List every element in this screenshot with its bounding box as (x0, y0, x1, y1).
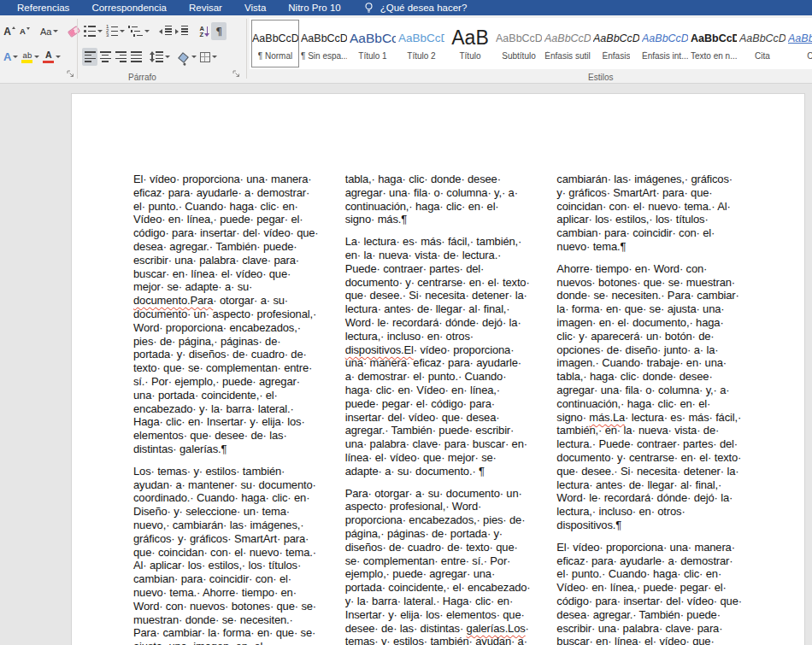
style--sin-espa-[interactable]: AaBbCcDc¶ Sin espa... (300, 20, 348, 67)
tell-me-label[interactable]: ¿Qué desea hacer? (380, 3, 468, 13)
align-center-icon (100, 51, 111, 62)
sort-button[interactable]: AZ (196, 22, 211, 40)
style-label: Título 2 (407, 51, 435, 61)
justify-button[interactable] (128, 48, 144, 66)
style-label: Énfasis sutil (544, 51, 590, 61)
pilcrow-mark: ¶ (401, 213, 407, 226)
text-column-1: El· vídeo· proporciona· una· manera· efi… (133, 173, 320, 645)
justify-icon (131, 51, 142, 62)
style-label: Título (459, 51, 480, 61)
style-label: Título 1 (358, 51, 386, 61)
tab-vista[interactable]: Vista (244, 3, 266, 13)
style-título-1[interactable]: AaBbCcTítulo 1 (349, 20, 397, 67)
align-right-button[interactable] (113, 48, 128, 66)
show-formatting-marks-button[interactable]: ¶ (211, 22, 227, 40)
align-right-icon (115, 51, 127, 62)
style-preview: AaBbCcD (496, 26, 542, 50)
dialog-launcher-icon (67, 70, 74, 78)
tab-correspondencia[interactable]: Correspondencia (91, 3, 167, 13)
text-column-3: cambiarán· las· imágenes,· gráficos· y· … (556, 173, 743, 645)
paragraph[interactable]: tabla,· haga· clic· donde· desee· agrega… (345, 173, 532, 226)
clear-formatting-button[interactable] (66, 22, 81, 40)
style-label: Ci (807, 51, 812, 61)
pilcrow-mark: ¶ (479, 465, 485, 478)
align-left-button[interactable] (82, 48, 97, 66)
grow-font-icon: A (3, 26, 15, 38)
paragraph[interactable]: El· vídeo· proporciona· una· manera· efi… (133, 173, 320, 456)
paragraph[interactable]: El· vídeo· proporciona· una· manera· efi… (556, 541, 743, 645)
sort-icon: AZ (200, 26, 208, 38)
paragraph-dialog-launcher[interactable] (232, 66, 240, 81)
multilevel-list-button[interactable] (127, 22, 151, 40)
pilcrow-mark: ¶ (615, 519, 621, 531)
paragraph[interactable]: Los· temas· y· estilos· también· ayudan·… (133, 465, 320, 645)
bullet-list-icon (84, 26, 96, 37)
style-preview: AaB (451, 26, 488, 50)
style-título[interactable]: AaBTítulo (446, 20, 494, 67)
text-highlight-button[interactable]: ab (20, 48, 41, 66)
document-columns: El· vídeo· proporciona· una· manera· efi… (72, 94, 804, 645)
shading-button[interactable] (178, 48, 198, 66)
misspelled-text[interactable]: más.La (589, 411, 625, 424)
style-preview: AaBbCcD (398, 26, 444, 50)
style-preview: AaBbCcDc (301, 26, 347, 50)
tab-revisar[interactable]: Revisar (189, 3, 222, 13)
style-énfasis-sutil[interactable]: AaBbCcDcÉnfasis sutil (544, 20, 591, 67)
paragraph[interactable]: Ahorre· tiempo· en· Word· con· nuevos· b… (556, 262, 743, 532)
align-center-button[interactable] (97, 48, 113, 66)
dialog-launcher-icon (232, 70, 240, 78)
misspelled-text[interactable]: dispositivos.El (345, 343, 414, 356)
paragraph[interactable]: La· lectura· es· más· fácil,· también,· … (345, 235, 532, 478)
numbering-button[interactable]: 123 (104, 22, 127, 40)
pilcrow-icon: ¶ (215, 25, 222, 38)
bullets-button[interactable] (82, 22, 104, 40)
increase-indent-icon (175, 26, 188, 37)
style-label: Énfasis int... (642, 51, 688, 61)
decrease-indent-button[interactable] (157, 22, 174, 40)
style-label: ¶ Sin espa... (301, 51, 347, 61)
font-group-row-1: A A Aa (2, 22, 81, 40)
text-column-2: tabla,· haga· clic· donde· desee· agrega… (345, 173, 532, 645)
paragraph-group-row-1: 123 AZ ¶ (82, 22, 227, 40)
document-page: El· vídeo· proporciona· una· manera· efi… (71, 93, 805, 645)
font-color-button[interactable]: A (41, 48, 62, 66)
font-dialog-launcher[interactable] (67, 66, 74, 81)
text-effects-button[interactable]: A (2, 48, 20, 66)
misspelled-text[interactable]: documento.Para (133, 294, 213, 307)
style-énfasis-int-[interactable]: AaBbCcDcÉnfasis int... (641, 20, 689, 67)
styles-group-label: Estilos (588, 73, 613, 82)
styles-gallery: AaBbCcDc¶ NormalAaBbCcDc¶ Sin espa...AaB… (250, 18, 812, 69)
style-énfasis[interactable]: AaBbCcDcÉnfasis (592, 20, 640, 67)
style-preview: AaBbCcDc (642, 26, 688, 50)
style-preview: AaBbCcDc (739, 26, 786, 50)
tab-nitro-pro-10[interactable]: Nitro Pro 10 (288, 3, 340, 13)
style-título-2[interactable]: AaBbCcDTítulo 2 (397, 20, 445, 67)
style-subtítulo[interactable]: AaBbCcDSubtítulo (495, 20, 543, 67)
paragraph[interactable]: cambiarán· las· imágenes,· gráficos· y· … (556, 173, 743, 254)
style-label: Cita (755, 51, 770, 61)
shrink-font-icon: A (20, 26, 30, 36)
style-preview: AaBbCcDc (788, 26, 812, 50)
style-label: Subtítulo (502, 51, 535, 61)
misspelled-text[interactable]: galerías.Los (467, 622, 526, 635)
style-preview: AaBbCcDc (544, 26, 591, 50)
ribbon: A A Aa A ab A (0, 15, 812, 84)
tab-referencias[interactable]: Referencias (17, 3, 69, 13)
shrink-font-button[interactable]: A (17, 22, 32, 40)
style-preview: AaBbCc (350, 26, 396, 50)
decrease-indent-icon (159, 26, 172, 37)
numbered-list-icon: 123 (106, 25, 118, 38)
line-spacing-icon (151, 51, 163, 62)
tell-me-box[interactable]: ¿Qué desea hacer? (363, 2, 468, 14)
increase-indent-button[interactable] (174, 22, 190, 40)
style-ci[interactable]: AaBbCcDcCi (787, 20, 812, 67)
line-spacing-button[interactable] (150, 48, 172, 66)
change-case-button[interactable]: Aa (38, 22, 60, 40)
borders-button[interactable] (198, 48, 219, 66)
style-cita[interactable]: AaBbCcDcCita (738, 20, 786, 67)
paragraph[interactable]: Para· otorgar· a· su· documento· un· asp… (345, 487, 532, 645)
style--normal[interactable]: AaBbCcDc¶ Normal (251, 20, 299, 67)
style-texto-en-n-[interactable]: AaBbCcDcTexto en n... (690, 20, 738, 67)
grow-font-button[interactable]: A (2, 22, 17, 40)
style-preview: AaBbCcDc (593, 26, 639, 50)
